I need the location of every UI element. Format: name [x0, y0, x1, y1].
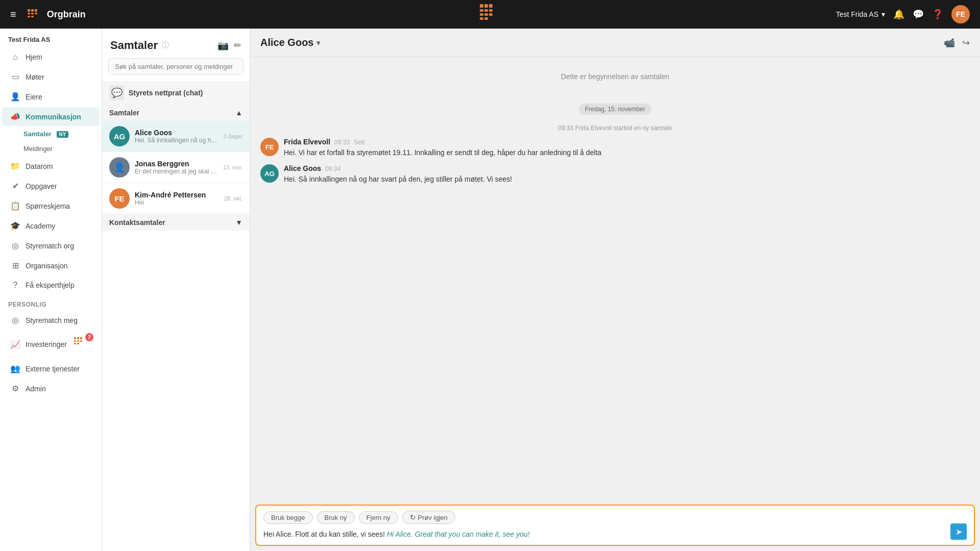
chat-contact-name[interactable]: Alice Goos ▾	[260, 37, 320, 48]
sidebar-item-investeringer[interactable]: 📈 Investeringer	[2, 331, 100, 358]
sidebar-item-styrematch-meg[interactable]: ◎ Styrematch meg	[2, 311, 100, 330]
send-icon: ➤	[955, 527, 962, 537]
svg-rect-11	[489, 4, 493, 8]
leave-chat-icon[interactable]: ↪	[962, 37, 970, 48]
sidebar-item-styrematch-org[interactable]: ◎ Styrematch org	[2, 236, 100, 255]
notification-icon[interactable]: 🔔	[893, 9, 904, 20]
sidebar-item-eksperthjelp[interactable]: ? Få eksperthjelp	[2, 276, 100, 294]
sidebar-label-organisasjon: Organisasjon	[26, 262, 68, 270]
topbar-left: ≡ Orgbrain	[10, 5, 86, 23]
chat-item-alice-goos[interactable]: AG Alice Goos Hei. Så innkallingen nå og…	[102, 121, 250, 152]
samtaler-info-icon[interactable]: ⓘ	[162, 41, 169, 50]
svg-rect-24	[77, 340, 79, 342]
kontaktsamtaler-label: Kontaktsamtaler	[109, 218, 165, 227]
msg-content-frida: Frida Elvevoll 09:33 Sett Hei. Vi har et…	[284, 138, 970, 158]
ny-badge: NY	[57, 131, 69, 138]
bruk-ny-button[interactable]: Bruk ny	[317, 511, 355, 524]
user-avatar[interactable]: FE	[951, 5, 970, 23]
svg-rect-23	[74, 340, 76, 342]
msg-header-alice: Alice Goos 09:34	[284, 164, 970, 172]
orgbrain-logo-icon	[24, 5, 43, 23]
sidebar-item-admin[interactable]: ⚙ Admin	[2, 379, 100, 398]
sidebar-label-hjem: Hjem	[26, 53, 42, 61]
chat-main: Alice Goos ▾ 📹 ↪ Dette er begynnelsen av…	[250, 29, 980, 551]
sidebar-item-academy[interactable]: 🎓 Academy	[2, 216, 100, 235]
samtaler-group-header[interactable]: Samtaler ▲	[102, 105, 250, 121]
fjern-ny-button[interactable]: Fjern ny	[359, 511, 398, 524]
date-divider-text: Fredag, 15. november	[579, 104, 651, 115]
sidebar-item-sporreskjema[interactable]: 📋 Spørreskjema	[2, 196, 100, 215]
org-dropdown-icon: ▾	[881, 10, 885, 18]
message-row-frida: FE Frida Elvevoll 09:33 Sett Hei. Vi har…	[260, 138, 970, 158]
compose-suggestions: Bruk begge Bruk ny Fjern ny ↻ Prøv igjen	[263, 511, 967, 524]
compose-text[interactable]: Hei Alice. Flott at du kan stille, vi se…	[263, 529, 967, 540]
chat-search-input[interactable]	[108, 58, 243, 75]
expert-icon: ?	[10, 281, 20, 290]
chat-info-alice-goos: Alice Goos Hei. Så innkallingen nå og ha…	[135, 129, 218, 144]
sidebar-item-hjem[interactable]: ⌂ Hjem	[2, 48, 100, 66]
msg-sender-alice: Alice Goos	[284, 164, 321, 172]
sidebar-item-eiere[interactable]: 👤 Eiere	[2, 87, 100, 106]
retry-icon: ↻	[410, 513, 416, 521]
investments-icon: 📈	[10, 340, 20, 349]
send-button[interactable]: ➤	[950, 523, 967, 540]
org-selector[interactable]: Test Frida AS ▾	[836, 10, 885, 18]
video-call-icon[interactable]: 📹	[944, 37, 955, 48]
bruk-begge-button[interactable]: Bruk begge	[263, 511, 313, 524]
sidebar-label-styrematch-org: Styrematch org	[26, 242, 74, 250]
sidebar-label-kommunikasjon: Kommunikasjon	[26, 113, 81, 121]
sidebar-item-datarom[interactable]: 📁 Datarom	[2, 157, 100, 176]
svg-rect-9	[480, 4, 483, 8]
date-divider: Fredag, 15. november	[260, 104, 970, 113]
msg-content-alice: Alice Goos 09:34 Hei. Så innkallingen nå…	[284, 164, 970, 185]
chat-list-header: Samtaler ⓘ 📷 ✏	[102, 29, 250, 58]
sidebar-item-kommunikasjon[interactable]: 📣 Kommunikasjon	[2, 107, 100, 126]
prov-igjen-button[interactable]: ↻ Prøv igjen	[402, 511, 456, 524]
msg-text-alice: Hei. Så innkallingen nå og har svart på …	[284, 174, 970, 185]
kontaktsamtaler-collapse-icon[interactable]: ▼	[235, 218, 242, 227]
kontaktsamtaler-header[interactable]: Kontaktsamtaler ▼	[102, 214, 250, 231]
svg-rect-12	[480, 9, 483, 12]
compose-icon[interactable]: ✏	[234, 40, 241, 51]
sidebar-sub-samtaler[interactable]: Samtaler NY	[0, 127, 102, 141]
chat-messages: Dette er begynnelsen av samtalen Fredag,…	[250, 57, 980, 499]
meeting-icon: ▭	[10, 72, 20, 82]
chat-group-icon: 💬	[109, 85, 125, 101]
message-row-alice: AG Alice Goos 09:34 Hei. Så innkallingen…	[260, 164, 970, 185]
academy-icon: 🎓	[10, 221, 20, 231]
sidebar-label-oppgaver: Oppgaver	[26, 182, 57, 190]
help-icon[interactable]: ❓	[932, 9, 943, 20]
sidebar-label-externe-tjenester: Externe tjenester	[26, 365, 80, 373]
msg-header-frida: Frida Elvevoll 09:33 Sett	[284, 138, 970, 146]
samtaler-section-label: Samtaler	[109, 109, 139, 117]
compose-translated-text: Hi Alice. Great that you can make it, se…	[385, 530, 530, 538]
svg-rect-5	[31, 13, 34, 14]
samtaler-label: Samtaler	[23, 130, 52, 138]
sidebar-item-moter[interactable]: ▭ Møter	[2, 67, 100, 86]
chat-item-kim-andre-pettersen[interactable]: FE Kim-André Pettersen Hei 28. okt.	[102, 183, 250, 214]
chat-icon[interactable]: 💬	[913, 9, 924, 20]
svg-rect-10	[484, 4, 488, 8]
msg-status-frida: Sett	[354, 139, 364, 146]
chat-preview-alice-goos: Hei. Så innkallingen nå og har s...	[135, 137, 218, 144]
svg-rect-2	[31, 9, 34, 12]
investment-badge: 7	[85, 333, 93, 341]
menu-icon[interactable]: ≡	[10, 9, 16, 20]
section-personlig: Personlig	[0, 295, 102, 310]
chat-item-jonas-berggren[interactable]: 👤 Jonas Berggren Er det meningen at jeg …	[102, 152, 250, 183]
video-add-icon[interactable]: 📷	[217, 40, 229, 51]
sidebar-item-organisasjon[interactable]: ⊞ Organisasjon	[2, 256, 100, 275]
svg-rect-27	[77, 343, 79, 344]
chat-header: Alice Goos ▾ 📹 ↪	[250, 29, 980, 57]
sidebar-item-oppgaver[interactable]: ✔ Oppgaver	[2, 177, 100, 195]
sidebar: Test Frida AS ⌂ Hjem ▭ Møter 👤 Eiere 📣 K…	[0, 29, 102, 551]
chat-time-alice-goos: 3 dager	[224, 133, 242, 139]
sidebar-sub-meldinger[interactable]: Meldinger	[0, 141, 102, 156]
svg-rect-18	[480, 17, 483, 20]
samtaler-collapse-icon[interactable]: ▲	[235, 109, 242, 117]
styrets-nettprat-header[interactable]: 💬 Styrets nettprat (chat)	[102, 81, 250, 105]
chat-preview-jonas-berggren: Er det meningen at jeg skal delt...	[135, 168, 218, 175]
sidebar-item-externe-tjenester[interactable]: 👥 Externe tjenester	[2, 359, 100, 378]
chat-name-jonas-berggren: Jonas Berggren	[135, 160, 218, 168]
external-services-icon: 👥	[10, 364, 20, 373]
